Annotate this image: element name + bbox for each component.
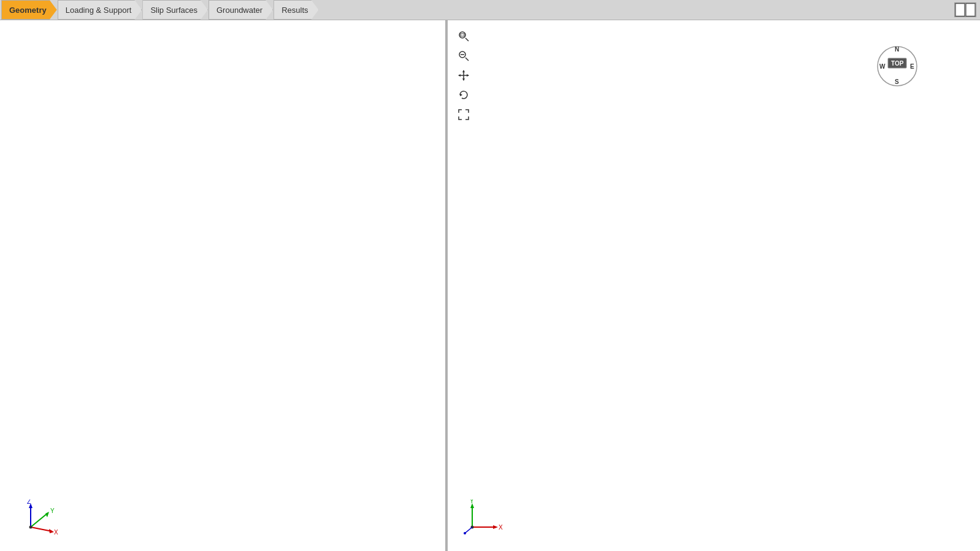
svg-point-35 xyxy=(464,532,466,534)
tab-groundwater[interactable]: Groundwater xyxy=(209,0,273,20)
compass-west: W xyxy=(879,63,886,70)
svg-point-11 xyxy=(29,526,33,529)
svg-marker-24 xyxy=(460,93,462,96)
toolbar xyxy=(455,28,472,123)
compass-north: N xyxy=(895,46,899,53)
svg-line-13 xyxy=(465,38,469,41)
svg-rect-1 xyxy=(966,4,975,17)
tab-geometry[interactable]: Geometry xyxy=(1,0,57,20)
tab-loading-support[interactable]: Loading & Support xyxy=(58,0,142,20)
svg-line-5 xyxy=(31,513,48,527)
left-panel: Z Y X xyxy=(0,20,446,551)
svg-text:Z: Z xyxy=(27,500,31,505)
svg-marker-20 xyxy=(462,70,465,72)
svg-line-34 xyxy=(465,527,472,533)
svg-text:X: X xyxy=(54,529,58,536)
svg-line-16 xyxy=(465,58,469,61)
zoom-out-button[interactable] xyxy=(455,47,472,64)
compass-top-label: TOP xyxy=(891,60,904,67)
pan-button[interactable] xyxy=(455,67,472,84)
fit-view-button[interactable] xyxy=(455,106,472,123)
compass: N S E W TOP xyxy=(876,45,919,88)
svg-marker-31 xyxy=(493,525,498,529)
svg-rect-0 xyxy=(955,4,965,17)
svg-line-8 xyxy=(31,527,52,531)
axis-indicator-left: Z Y X xyxy=(12,500,61,539)
axis-indicator-right: Y X xyxy=(460,500,503,539)
svg-marker-23 xyxy=(467,74,469,77)
right-panel: N S E W TOP Y X xyxy=(448,20,980,551)
svg-marker-21 xyxy=(462,78,465,81)
reset-view-button[interactable] xyxy=(455,86,472,104)
panel-layout-toggle[interactable] xyxy=(954,2,976,17)
svg-text:Y: Y xyxy=(470,500,474,504)
tab-slip-surfaces[interactable]: Slip Surfaces xyxy=(142,0,208,20)
zoom-selection-button[interactable] xyxy=(455,28,472,45)
tab-bar: Geometry Loading & Support Slip Surfaces… xyxy=(0,0,980,20)
compass-south: S xyxy=(895,78,899,85)
main-area: Z Y X xyxy=(0,20,980,551)
svg-marker-6 xyxy=(45,512,49,517)
svg-rect-14 xyxy=(461,34,464,36)
svg-text:Y: Y xyxy=(50,507,55,514)
svg-marker-22 xyxy=(458,74,461,77)
compass-east: E xyxy=(910,63,914,70)
svg-text:X: X xyxy=(499,524,503,531)
tab-results[interactable]: Results xyxy=(274,0,318,20)
svg-marker-9 xyxy=(49,529,54,533)
